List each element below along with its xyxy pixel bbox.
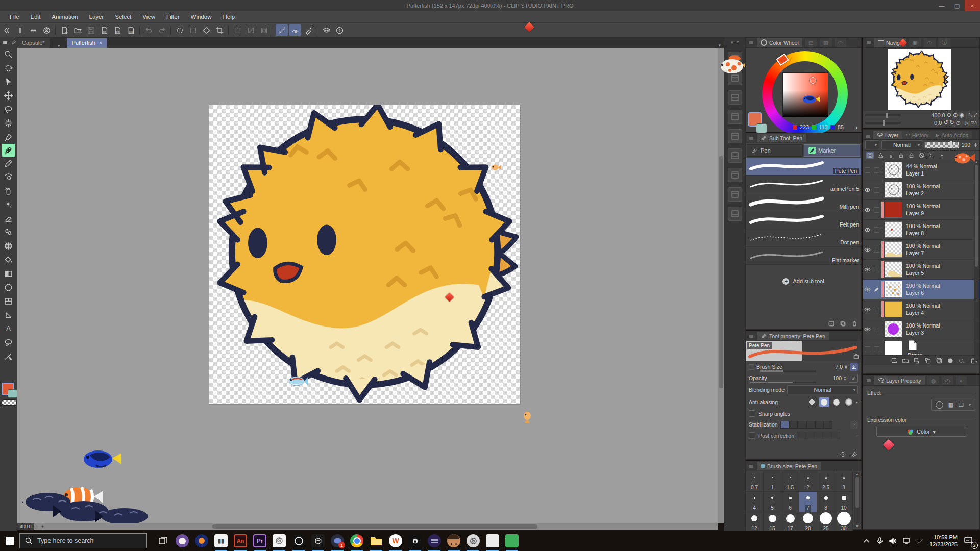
aa-dropdown-icon[interactable]: ▾ [856,400,858,405]
tool-fill[interactable] [0,253,17,267]
taskbar-app-clipstudio[interactable] [270,531,289,551]
hamburger-icon[interactable] [27,24,39,36]
menu-view[interactable]: View [137,11,161,23]
tool-text[interactable]: A [0,322,17,336]
nav-zoom-reset-icon[interactable]: ◉ [959,112,964,118]
panel-menu-icon[interactable] [748,135,754,141]
pen-tray-icon[interactable] [913,531,926,551]
tool-airbrush[interactable] [0,184,17,198]
taskbar-app-avatar[interactable] [444,531,463,551]
material-dock-item[interactable] [728,187,742,202]
layer-checkbox[interactable] [872,267,881,272]
layer-row-layer-4[interactable]: 100 % NormalLayer 4 [863,299,979,319]
menu-layer[interactable]: Layer [84,11,110,23]
artboard[interactable] [209,105,520,404]
aa-mid-button[interactable] [831,397,842,407]
opacity-value[interactable]: 100 [833,375,842,381]
layer-row-paper[interactable]: Paper [863,339,979,355]
material-dock-item[interactable] [728,110,742,124]
layer-thumbnail[interactable] [885,281,902,297]
brush-size-25[interactable]: 25 [817,512,835,533]
lock-alpha-icon[interactable] [908,152,915,159]
pin-icon[interactable] [888,152,894,159]
tab-tool-property[interactable]: Tool property: Pete Pen [757,332,829,340]
saturation-value-square[interactable] [782,72,828,117]
eye-icon[interactable] [863,266,872,273]
onion-skin-icon[interactable] [877,152,884,159]
brush-size-17[interactable]: 17 [781,512,799,533]
zoom-in-icon[interactable]: + [40,524,45,529]
thumbnail-icon[interactable] [866,152,874,159]
effect-dropdown-icon[interactable]: ▾ [969,403,971,407]
tab-quick-share[interactable]: ◠ [924,38,936,47]
eye-toggle-empty[interactable] [863,167,872,173]
brush-size-2.5[interactable]: 2.5 [817,471,835,492]
layer-checkbox[interactable] [872,346,881,352]
chevrons-icon[interactable] [1,24,13,36]
aa-weak-button[interactable] [819,397,829,407]
crop-icon[interactable] [213,24,226,36]
layer-checkbox[interactable] [872,167,881,173]
eye-toggle-empty[interactable] [863,346,872,352]
tab-history[interactable]: ↩History [902,131,932,139]
clock-time[interactable]: 10:59 PM [929,534,958,541]
panel-menu-icon[interactable] [863,133,873,139]
layer-thumbnail[interactable] [885,241,902,258]
brush-size-30[interactable]: 30 [835,512,853,533]
tool-blend[interactable] [0,226,17,239]
layer-row-layer-6[interactable]: 100 % NormalLayer 6 [863,280,979,299]
minimize-button[interactable]: — [934,0,949,11]
layer-checkbox[interactable] [872,307,881,312]
tool-wand[interactable] [0,116,17,130]
taskbar-app-cube[interactable] [308,531,328,551]
layer-checkbox[interactable] [872,247,881,253]
brush-item-1[interactable]: animePen 5 [746,176,861,193]
layer-checkbox[interactable] [872,187,881,193]
mask-icon[interactable] [947,357,954,364]
brush-size-5[interactable]: 5 [764,492,781,512]
merge-down-icon[interactable] [924,357,932,364]
tab-brush-size[interactable]: Brush size: Pete Pen [757,462,821,470]
expand-toggle[interactable] [749,364,754,370]
eye-icon[interactable] [863,246,872,253]
aa-none-button[interactable] [807,397,817,407]
effect-tone-icon[interactable]: ▦ [948,402,953,408]
tab-color-wheel[interactable]: Color Wheel [757,38,802,47]
task-view-button[interactable] [153,531,173,551]
canvas-viewport[interactable] [17,48,718,523]
tool-linefix[interactable] [0,349,17,363]
effect-extract-line-icon[interactable]: ❏ [959,402,964,408]
material-dock-item[interactable] [728,207,742,221]
layer-row-layer-9[interactable]: 100 % NormalLayer 9 [863,200,979,220]
hue-marker[interactable] [776,54,789,66]
taskbar-app-pr[interactable]: Pr [250,531,270,551]
layer-thumbnail[interactable] [885,162,902,178]
brush-item-3[interactable]: Felt pen [746,211,861,229]
filejpg-icon[interactable]: jpg [98,24,110,36]
open-icon[interactable] [71,24,84,36]
taskbar-app-music[interactable] [192,531,211,551]
layer-row-layer-5[interactable]: 100 % NormalLayer 5 [863,260,979,280]
dash3-icon[interactable] [258,24,270,36]
flip-horizontal-icon[interactable]: ▷| [965,120,969,126]
diamond-icon[interactable] [200,24,212,36]
new-folder-icon[interactable] [902,357,909,364]
subtool-group-pen[interactable]: Pen [747,144,803,157]
boxsel-icon[interactable] [187,24,199,36]
maximize-button[interactable]: ▢ [949,0,965,11]
material-dock-item[interactable] [728,148,742,163]
trash-icon[interactable] [851,320,858,327]
layer-checkbox[interactable] [872,207,881,213]
sharp-angles-checkbox[interactable] [749,410,755,417]
brush-size-12[interactable]: 12 [746,512,764,533]
subtool-group-marker[interactable]: Marker [804,144,860,157]
tab-capsule[interactable]: Capsule* [17,38,50,48]
eye-icon[interactable] [863,207,872,213]
brush-size-0.7[interactable]: 0.7 [746,471,764,492]
brush-size-value[interactable]: 7.0 [835,364,843,370]
menu-window[interactable]: Window [185,11,217,23]
dock-expand-icon[interactable]: » [737,39,739,44]
brush-size-7[interactable]: 7 [799,492,817,512]
tab-auto-action[interactable]: ▶Auto Action [932,131,972,139]
brush-size-4[interactable]: 4 [746,492,764,512]
